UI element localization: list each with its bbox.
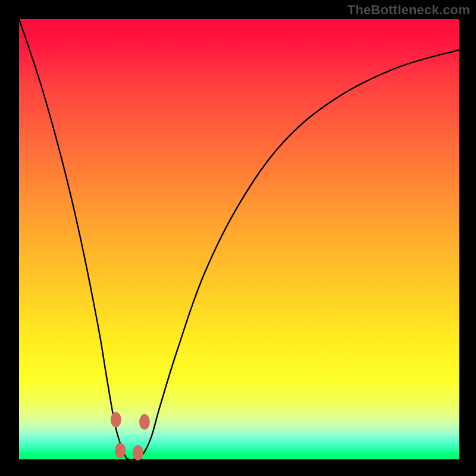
curve-marker <box>139 414 150 430</box>
watermark: TheBottleneck.com <box>347 2 470 18</box>
curve-marker <box>133 445 143 461</box>
bottleneck-curve <box>19 19 459 460</box>
chart-overlay-svg <box>0 0 476 476</box>
chart-frame: TheBottleneck.com <box>0 0 476 476</box>
curve-marker <box>111 412 121 427</box>
curve-marker <box>115 443 126 458</box>
